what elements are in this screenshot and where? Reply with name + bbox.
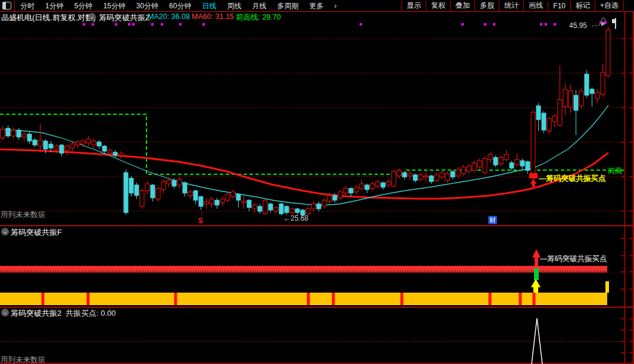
candle-body (199, 197, 203, 206)
main-indicator-name: 筹码突破共振Z (99, 12, 150, 23)
financial-report-icon[interactable]: 财 (488, 216, 497, 224)
menu-item-统计[interactable]: 统计 (499, 1, 523, 11)
candle-body (70, 144, 74, 148)
candle-body (606, 30, 610, 76)
menu-item-月线[interactable]: 月线 (246, 2, 271, 10)
candle-body (108, 150, 112, 153)
event-dot (132, 23, 135, 26)
buy-point-annotation: —筹码突破共振买点 (539, 174, 606, 184)
candle-body (579, 91, 583, 106)
candle-body (135, 185, 139, 196)
panel1-red-tick (174, 293, 177, 305)
sell-signal-marker: S (198, 216, 203, 225)
candle-body (193, 191, 198, 200)
candle-body (263, 200, 267, 214)
menu-item-显示[interactable]: 显示 (401, 1, 426, 11)
candle-body (295, 209, 299, 212)
candle-body (445, 174, 449, 180)
candle-body (231, 192, 235, 197)
menu-item-F10[interactable]: F10 (548, 2, 570, 10)
menu-item-画线[interactable]: 画线 (523, 1, 548, 11)
event-dot (493, 23, 495, 26)
candle-body (145, 184, 149, 191)
diamond-icon[interactable]: ◇ (601, 15, 606, 24)
candle-body (258, 206, 262, 211)
candle-body (461, 167, 466, 174)
candle-body (129, 178, 133, 193)
future-data-warning-panel2: 用到未来数据 (1, 355, 45, 364)
menu-item-标记[interactable]: 标记 (570, 1, 595, 11)
panel1-yellow-band (0, 293, 607, 305)
maximize-panel-icon[interactable] (615, 18, 616, 29)
candle-body (140, 191, 144, 206)
panel2-collapse-icon[interactable]: ⌄ (1, 309, 9, 316)
panel1-red-tick (87, 293, 90, 305)
panel1-indicator-name: 筹码突破共振F (11, 227, 62, 238)
low-price-label: ←25.68 (283, 214, 308, 222)
menu-item-多周期[interactable]: 多周期 (271, 2, 304, 10)
menu-item-60分钟[interactable]: 60分钟 (164, 2, 196, 10)
menu-item-日线[interactable]: 日线 (196, 2, 221, 10)
candle-body (311, 204, 316, 209)
candle-body (279, 204, 283, 214)
app-window: 分时1分钟5分钟15分钟30分钟60分钟日线周线月线多周期更多› 显示复权叠加多… (0, 0, 634, 364)
candle-body (17, 130, 21, 137)
menu-item-叠加[interactable]: 叠加 (450, 1, 474, 11)
menu-item-›[interactable]: › (329, 2, 342, 10)
event-dot (202, 23, 205, 26)
stock-title: 晶盛机电(日线.前复权.对数) (1, 12, 96, 23)
candle-body (92, 141, 96, 145)
candle-body (520, 161, 524, 166)
panel1-collapse-icon[interactable]: ⌄ (1, 228, 9, 236)
candle-body (569, 91, 573, 108)
candle-body (322, 200, 326, 206)
candle-body (531, 112, 535, 178)
panel-toggle-icon[interactable] (2, 2, 11, 10)
candle-body (151, 185, 155, 198)
menu-item-复权[interactable]: 复权 (426, 1, 450, 11)
candle-body (418, 175, 423, 180)
candle-body (43, 141, 48, 149)
chevron-down-icon[interactable]: ⌄ (88, 13, 96, 21)
menu-item-15分钟[interactable]: 15分钟 (98, 2, 130, 10)
candle-body (472, 163, 476, 171)
menu-item-+自选[interactable]: +自选 (595, 1, 624, 11)
ma60-value: MA60: 31.15 (192, 12, 234, 21)
candle-body (327, 196, 332, 202)
candle-body (397, 170, 401, 175)
menu-item-5分钟[interactable]: 5分钟 (69, 2, 98, 10)
panel1-red-tick (401, 293, 404, 305)
candle-body (76, 142, 80, 145)
event-dot (128, 23, 130, 26)
candle-body (456, 170, 460, 176)
candle-body (242, 202, 246, 203)
panel1-yellow-arrow (531, 279, 541, 293)
candle-body (504, 154, 508, 159)
candle-body (590, 89, 594, 93)
menu-item-多股[interactable]: 多股 (474, 1, 499, 11)
candle-body (386, 181, 391, 185)
candle-body (526, 162, 530, 171)
candle-body (601, 73, 605, 95)
candle-body (402, 172, 407, 177)
panel1-red-tick (332, 293, 335, 305)
menu-item-周线[interactable]: 周线 (221, 2, 246, 10)
candle-body (306, 209, 310, 214)
candle-body (552, 116, 557, 121)
menu-item-更多[interactable]: 更多 (304, 2, 329, 10)
candle-body (210, 199, 214, 204)
candle-body (81, 141, 85, 144)
candle-body (467, 166, 471, 171)
menu-item-1分钟[interactable]: 1分钟 (40, 2, 69, 10)
menu-item-分时[interactable]: 分时 (15, 2, 40, 10)
event-dot (540, 23, 542, 26)
panel1-green-bar (534, 268, 539, 280)
price-top-label: 45.95 (569, 21, 587, 30)
candle-body (333, 196, 337, 200)
menu-item-30分钟[interactable]: 30分钟 (131, 2, 164, 10)
candle-body (65, 146, 69, 150)
ma20-value: MA20: 36.08 (148, 12, 190, 21)
panel2-indicator-value: 共振买点: 0.00 (65, 308, 116, 319)
candle-body (536, 106, 541, 120)
candle-body (317, 204, 321, 209)
